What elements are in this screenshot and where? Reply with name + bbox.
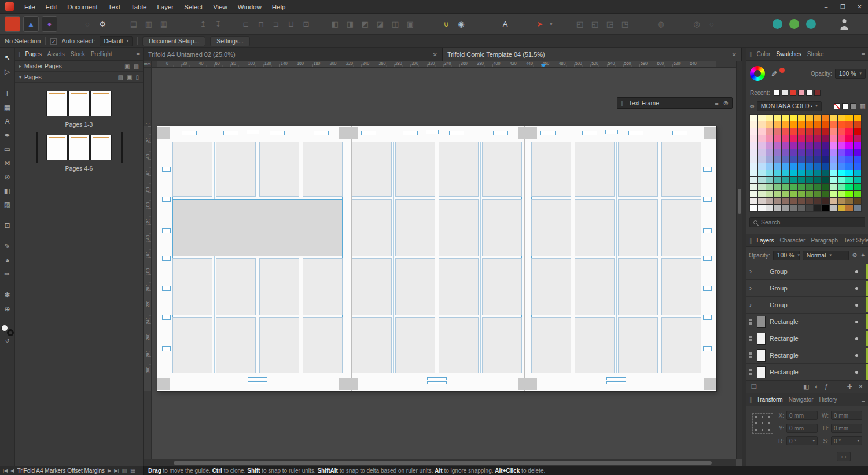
layer-visibility-dot[interactable] (855, 337, 858, 340)
studio-tab-character[interactable]: Character (777, 234, 808, 247)
swatch[interactable] (750, 121, 757, 128)
swatch[interactable] (814, 205, 821, 211)
expanded-chevron-icon[interactable]: ▾ (19, 75, 21, 80)
swatch[interactable] (774, 128, 781, 135)
swatch[interactable] (854, 142, 861, 149)
move-tool[interactable]: ↖ (1, 51, 14, 64)
frame-text-tool[interactable]: T (1, 87, 14, 100)
studio-tab-paragraph[interactable]: Paragraph (808, 234, 841, 247)
comic-panel-frame[interactable] (439, 317, 479, 373)
swatch[interactable] (750, 142, 757, 149)
anchor-object-button[interactable]: ↧ (211, 17, 226, 32)
panel-grip[interactable]: ∥ (749, 238, 752, 244)
panel-menu-icon[interactable]: ≡ (715, 100, 718, 106)
swatch[interactable] (822, 191, 829, 197)
swatch[interactable] (782, 128, 789, 135)
swatch[interactable] (814, 128, 821, 135)
arrange-button-2[interactable]: ◨ (343, 17, 358, 32)
swatch[interactable] (830, 198, 837, 204)
align-top-button[interactable]: ⊔ (284, 17, 299, 32)
swatch[interactable] (830, 191, 837, 197)
swatch[interactable] (806, 177, 813, 183)
panel-grip[interactable]: ∥ (749, 397, 752, 403)
recent-swatch[interactable] (782, 90, 788, 96)
page-thumbnail[interactable] (68, 135, 90, 160)
gradient-tool[interactable]: ◧ (1, 185, 14, 197)
document-setup-button[interactable]: Document Setup... (142, 36, 205, 46)
transform-options-button[interactable]: ▭ (837, 452, 851, 461)
swatch[interactable] (806, 156, 813, 163)
swatch[interactable] (806, 198, 813, 204)
swatch[interactable] (806, 191, 813, 197)
swatch[interactable] (750, 115, 757, 121)
swatch[interactable] (845, 142, 853, 149)
swatch[interactable] (750, 149, 757, 156)
teal-circle-button[interactable] (773, 19, 782, 29)
swatch[interactable] (750, 128, 757, 135)
swatch[interactable] (838, 170, 845, 176)
comic-panel-frame[interactable] (575, 258, 615, 315)
collapsed-chevron-icon[interactable]: ▸ (19, 64, 21, 69)
swatch[interactable] (782, 115, 789, 121)
comic-panel-frame[interactable] (661, 258, 701, 315)
swatch[interactable] (838, 115, 845, 121)
color-tab-stroke[interactable]: Stroke (804, 48, 827, 61)
swatch[interactable] (790, 184, 797, 190)
comic-panel-frame[interactable] (531, 258, 571, 315)
swatch[interactable] (854, 205, 861, 211)
swatch[interactable] (838, 163, 845, 170)
opacity-dropdown[interactable]: 100 %▾ (835, 69, 866, 79)
comic-panel-frame[interactable] (575, 199, 615, 256)
settings-button[interactable]: Settings... (210, 36, 250, 46)
layer-visibility-dot[interactable] (855, 354, 858, 357)
comic-panel-frame[interactable] (352, 258, 392, 315)
swatch[interactable] (758, 128, 766, 135)
recent-swatch[interactable] (790, 90, 796, 96)
swatch[interactable] (845, 198, 853, 204)
comic-panel-frame[interactable] (259, 142, 299, 197)
swatch[interactable] (814, 115, 821, 121)
comic-panel-frame[interactable] (395, 317, 435, 373)
menu-item-document[interactable]: Document (62, 0, 102, 14)
comic-panel-frame[interactable] (352, 317, 392, 373)
swatch[interactable] (782, 170, 789, 176)
horizontal-scrollbar[interactable] (144, 459, 736, 466)
edit-master-icon[interactable]: ▤ (118, 74, 123, 80)
swatch[interactable] (766, 121, 774, 128)
swatch[interactable] (854, 121, 861, 128)
recent-swatch[interactable] (798, 90, 804, 96)
close-button[interactable]: ✕ (851, 0, 868, 14)
vector-brush-tool[interactable]: ✎ (1, 240, 14, 253)
page-thumbnail[interactable] (90, 91, 112, 116)
artistic-text-tool[interactable]: A (1, 115, 14, 128)
swatch[interactable] (830, 177, 837, 183)
next-spread-button[interactable]: ▶ (108, 468, 111, 473)
swatch[interactable] (854, 170, 861, 176)
swatch[interactable] (774, 170, 781, 176)
canvas-viewport[interactable]: ∥ Text Frame ≡ ⊗ (152, 68, 736, 459)
order-backward-button[interactable]: ◲ (602, 17, 617, 32)
minimize-button[interactable]: – (818, 0, 834, 14)
swatch[interactable] (798, 170, 806, 176)
swatch[interactable] (766, 142, 774, 149)
comic-panel-frame[interactable] (216, 317, 256, 373)
crop-tool[interactable]: ⊡ (1, 219, 14, 232)
swatch[interactable] (806, 142, 813, 149)
layer-visibility-dot[interactable] (855, 304, 858, 307)
text-frame-floating-panel[interactable]: ∥ Text Frame ≡ ⊗ (617, 97, 733, 109)
page-thumbnail[interactable] (90, 135, 112, 160)
swatch[interactable] (798, 115, 806, 121)
pages-tab-preflight[interactable]: Preflight (88, 48, 115, 61)
master-options-icon[interactable]: ▤ (134, 63, 139, 69)
comic-panel-frame[interactable] (352, 142, 392, 197)
swatch[interactable] (766, 198, 774, 204)
swatch[interactable] (845, 163, 853, 170)
layer-row[interactable]: ›Group (746, 263, 868, 280)
layers-opacity-dropdown[interactable]: 100 %▾ (773, 251, 800, 260)
swatch[interactable] (750, 170, 757, 176)
swatch[interactable] (782, 184, 789, 190)
comic-panel-frame[interactable] (439, 142, 479, 197)
swatch[interactable] (830, 121, 837, 128)
swatch[interactable] (782, 177, 789, 183)
text-flow-button[interactable]: ▥ (141, 17, 156, 32)
